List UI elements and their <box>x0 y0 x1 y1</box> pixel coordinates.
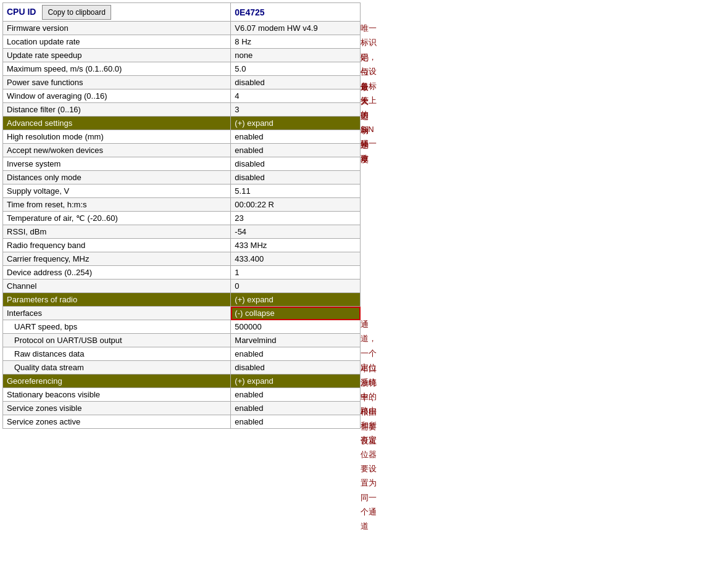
row-value: 23 <box>231 212 361 225</box>
row-value[interactable]: (+) expand <box>231 117 361 130</box>
row-value: disabled <box>231 361 361 375</box>
table-row: Distance filter (0..16)3 <box>3 103 361 117</box>
row-label: UART speed, bps <box>3 320 231 334</box>
row-value: -54 <box>231 225 361 239</box>
row-label: Radio frequency band <box>3 239 231 252</box>
table-row: Temperature of air, ℃ (-20..60)23 <box>3 212 361 225</box>
row-label: Quality data stream <box>3 361 231 375</box>
row-label: Distances only mode <box>3 171 231 184</box>
row-value[interactable]: (-) collapse <box>231 307 361 320</box>
row-label: Time from reset, h:m:s <box>3 198 231 212</box>
row-label: Update rate speedup <box>3 49 231 62</box>
table-row: Location update rate8 Hz <box>3 35 361 49</box>
note-text: 串口波特率，根据需要设置 <box>361 362 377 448</box>
row-label: Firmware version <box>3 22 231 35</box>
table-row: High resolution mode (mm)enabled <box>3 130 361 144</box>
row-value: 433 MHz <box>231 239 361 252</box>
table-row: Firmware versionV6.07 modem HW v4.9 <box>3 22 361 35</box>
row-value: enabled <box>231 402 361 415</box>
row-value: disabled <box>231 76 361 89</box>
table-row: Inverse systemdisabled <box>3 157 361 171</box>
row-label: Interfaces <box>3 307 231 320</box>
table-row: Update rate speedupnone <box>3 49 361 62</box>
row-value: 4 <box>231 89 361 103</box>
row-label: Advanced settings <box>3 117 231 130</box>
table-row: Service zones visibleenabled <box>3 402 361 415</box>
row-label: High resolution mode (mm) <box>3 130 231 144</box>
settings-table: CPU IDCopy to clipboard0E4725Firmware ve… <box>2 2 361 429</box>
table-row: Time from reset, h:m:s00:00:22 R <box>3 198 361 212</box>
table-row: Parameters of radio(+) expand <box>3 293 361 307</box>
row-label: Supply voltage, V <box>3 184 231 198</box>
notes-panel: 唯一标识码，与设备标签上的S/N码一致定位最大更新频率最大运动速度通道，一个定位… <box>361 2 370 588</box>
table-row: Power save functionsdisabled <box>3 76 361 89</box>
table-row: Maximum speed, m/s (0.1..60.0)5.0 <box>3 62 361 76</box>
row-label: Window of averaging (0..16) <box>3 89 231 103</box>
row-value: enabled <box>231 130 361 144</box>
row-value: 1 <box>231 266 361 280</box>
row-label: Distance filter (0..16) <box>3 103 231 117</box>
row-value: enabled <box>231 415 361 429</box>
row-label: Inverse system <box>3 157 231 171</box>
table-row: Interfaces(-) collapse <box>3 307 361 320</box>
row-label: Carrier frequency, MHz <box>3 252 231 266</box>
row-value: 5.11 <box>231 184 361 198</box>
table-row: Supply voltage, V5.11 <box>3 184 361 198</box>
main-container: CPU IDCopy to clipboard0E4725Firmware ve… <box>0 0 718 588</box>
table-row: Distances only modedisabled <box>3 171 361 184</box>
table-row: Stationary beacons visibleenabled <box>3 388 361 402</box>
cpu-id-value: 0E4725 <box>231 4 268 21</box>
row-value: 8 Hz <box>231 35 361 49</box>
table-row: Protocol on UART/USB outputMarvelmind <box>3 334 361 347</box>
table-row: Quality data streamdisabled <box>3 361 361 375</box>
row-value: Marvelmind <box>231 334 361 347</box>
row-value: 500000 <box>231 320 361 334</box>
cpu-id-label: CPU ID <box>3 3 40 20</box>
row-value: 433.400 <box>231 252 361 266</box>
row-value: 3 <box>231 103 361 117</box>
table-row: UART speed, bps500000 <box>3 320 361 334</box>
row-label: Location update rate <box>3 35 231 49</box>
table-row: Carrier frequency, MHz433.400 <box>3 252 361 266</box>
row-label: Power save functions <box>3 76 231 89</box>
settings-table-wrapper: CPU IDCopy to clipboard0E4725Firmware ve… <box>2 2 361 429</box>
table-row: Device address (0..254)1 <box>3 266 361 280</box>
row-value: V6.07 modem HW v4.9 <box>231 22 361 35</box>
row-label: Raw distances data <box>3 347 231 361</box>
table-row: Channel0 <box>3 280 361 293</box>
row-value: 5.0 <box>231 62 361 76</box>
row-value: 0 <box>231 280 361 293</box>
row-label: Service zones visible <box>3 402 231 415</box>
row-label: Accept new/woken devices <box>3 144 231 157</box>
row-value: disabled <box>231 171 361 184</box>
row-label: Georeferencing <box>3 375 231 388</box>
header-row: CPU IDCopy to clipboard0E4725 <box>3 3 361 22</box>
row-label: Stationary beacons visible <box>3 388 231 402</box>
row-value: 00:00:22 R <box>231 198 361 212</box>
copy-to-clipboard-button[interactable]: Copy to clipboard <box>42 5 111 20</box>
table-row: RSSI, dBm-54 <box>3 225 361 239</box>
row-value: disabled <box>231 157 361 171</box>
row-value: enabled <box>231 144 361 157</box>
row-label: Protocol on UART/USB output <box>3 334 231 347</box>
row-label: Temperature of air, ℃ (-20..60) <box>3 212 231 225</box>
note-text: 最大运动速度 <box>361 80 370 167</box>
row-label: Parameters of radio <box>3 293 231 307</box>
table-row: Window of averaging (0..16)4 <box>3 89 361 103</box>
table-row: Georeferencing(+) expand <box>3 375 361 388</box>
row-label: Device address (0..254) <box>3 266 231 280</box>
row-value[interactable]: (+) expand <box>231 293 361 307</box>
row-value: enabled <box>231 388 361 402</box>
row-label: Service zones active <box>3 415 231 429</box>
table-row: Advanced settings(+) expand <box>3 117 361 130</box>
row-label: Maximum speed, m/s (0.1..60.0) <box>3 62 231 76</box>
row-label: RSSI, dBm <box>3 225 231 239</box>
table-row: Service zones activeenabled <box>3 415 361 429</box>
table-row: Radio frequency band433 MHz <box>3 239 361 252</box>
row-value[interactable]: (+) expand <box>231 375 361 388</box>
row-value: enabled <box>231 347 361 361</box>
table-row: Accept new/woken devicesenabled <box>3 144 361 157</box>
row-value: none <box>231 49 361 62</box>
table-row: Raw distances dataenabled <box>3 347 361 361</box>
row-label: Channel <box>3 280 231 293</box>
